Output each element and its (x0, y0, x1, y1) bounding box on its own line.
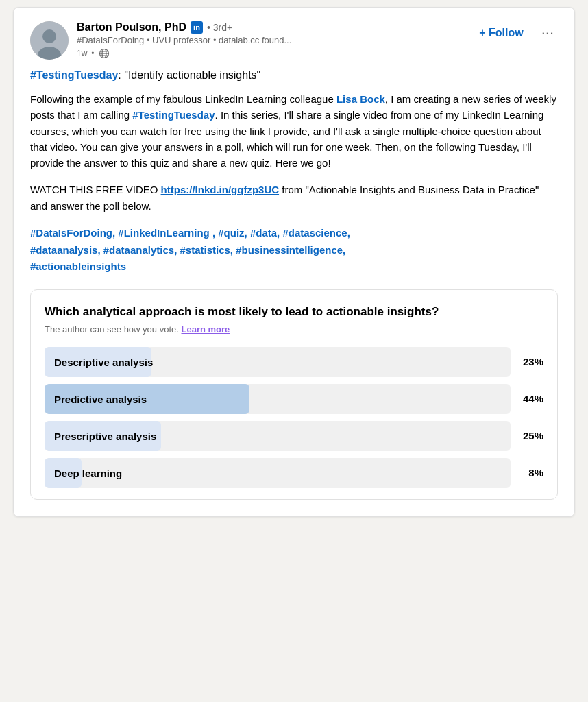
tags-text: #DataIsForDoing, #LinkedInLearning , #qu… (30, 227, 350, 273)
tag-3: #quiz (218, 227, 244, 239)
hashtag-testing-inline: #TestingTuesday (132, 109, 215, 121)
poll-bar-bg-2: Prescriptive analysis (45, 421, 511, 451)
header-actions: + Follow ··· (474, 21, 558, 45)
poll-bar-bg-0: Descriptive analysis (45, 347, 511, 377)
poll-option-label-0: Descriptive analysis (54, 356, 153, 367)
post-title-suffix: : "Identify actionable insights" (118, 69, 260, 81)
poll-option-pct-0: 23% (519, 356, 543, 367)
post-title: #TestingTuesday: "Identify actionable in… (30, 69, 558, 82)
linkedin-icon: in (191, 21, 203, 34)
degree-badge: • 3rd+ (207, 22, 232, 33)
poll-question: Which analytical approach is most likely… (45, 304, 543, 320)
poll-meta: The author can see how you vote. Learn m… (45, 324, 543, 335)
poll-bar-bg-3: Deep learning (45, 458, 511, 488)
tag-10: #actionableinsights (30, 261, 126, 272)
globe-icon (99, 48, 110, 59)
poll-option-label-1: Predictive analysis (54, 393, 147, 404)
author-tagline: #DataIsForDoing • UVU professor • datala… (77, 35, 291, 45)
meta-row: 1w • (77, 48, 291, 59)
poll-option-pct-1: 44% (519, 393, 543, 404)
poll-option-2[interactable]: Prescriptive analysis25% (45, 421, 543, 451)
dot-separator: • (91, 49, 94, 58)
tag-4: #data (250, 227, 277, 239)
poll-option-label-2: Prescriptive analysis (54, 430, 156, 441)
tag-2: #LinkedInLearning (118, 227, 209, 239)
timestamp: 1w (77, 49, 87, 58)
author-info: Barton Poulson, PhD in • 3rd+ #DataIsFor… (30, 21, 291, 60)
poll-option-pct-2: 25% (519, 430, 543, 441)
post-header: Barton Poulson, PhD in • 3rd+ #DataIsFor… (30, 21, 558, 60)
lisa-bock-link[interactable]: Lisa Bock (336, 93, 385, 105)
poll-option-0[interactable]: Descriptive analysis23% (45, 347, 543, 377)
poll-option-1[interactable]: Predictive analysis44% (45, 384, 543, 414)
more-options-button[interactable]: ··· (537, 21, 558, 45)
para1-start: Following the example of my fabulous Lin… (30, 93, 336, 105)
tag-8: #statistics (180, 244, 230, 256)
watch-line: WATCH THIS FREE VIDEO https://lnkd.in/gq… (30, 182, 558, 214)
poll-option-3[interactable]: Deep learning8% (45, 458, 543, 488)
post-card: Barton Poulson, PhD in • 3rd+ #DataIsFor… (13, 7, 575, 517)
author-name: Barton Poulson, PhD (77, 21, 186, 34)
tag-9: #businessintelligence (236, 244, 343, 256)
tag-5: #datascience (282, 227, 347, 239)
watch-link[interactable]: https://lnkd.in/gqfzp3UC (161, 184, 279, 195)
hashtag-testing-title: #TestingTuesday (30, 69, 118, 81)
watch-prefix: WATCH THIS FREE VIDEO (30, 184, 161, 195)
poll-options: Descriptive analysis23%Predictive analys… (45, 347, 543, 488)
poll-meta-text: The author can see how you vote. (45, 324, 179, 335)
tag-7: #dataanalytics (103, 244, 174, 256)
avatar[interactable] (30, 21, 69, 60)
svg-point-1 (42, 29, 56, 43)
poll-option-label-3: Deep learning (54, 467, 122, 479)
profile-info: Barton Poulson, PhD in • 3rd+ #DataIsFor… (77, 21, 291, 59)
name-row: Barton Poulson, PhD in • 3rd+ (77, 21, 291, 34)
post-paragraph-1: Following the example of my fabulous Lin… (30, 91, 558, 171)
follow-button[interactable]: + Follow (474, 24, 528, 42)
learn-more-link[interactable]: Learn more (181, 324, 230, 335)
poll-bar-bg-1: Predictive analysis (45, 384, 511, 414)
tag-6: #dataanalysis (30, 244, 97, 256)
poll-option-pct-3: 8% (519, 467, 543, 479)
tag-1: #DataIsForDoing (30, 227, 112, 239)
tags-line: #DataIsForDoing, #LinkedInLearning , #qu… (30, 225, 558, 276)
poll-box: Which analytical approach is most likely… (30, 289, 558, 500)
